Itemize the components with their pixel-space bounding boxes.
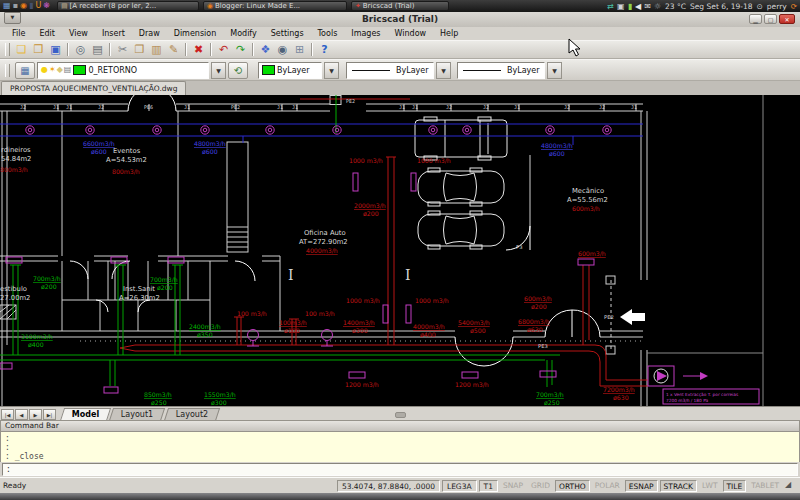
toggle-lwt[interactable]: LWT <box>699 480 721 492</box>
lineweight-dropdown-button[interactable]: ▼ <box>547 62 562 79</box>
color-combobox[interactable]: ByLayer <box>258 62 322 79</box>
taskbar-button[interactable]: ▤[A receber (8 por ler, 2... <box>57 1 199 11</box>
toolbar-grip[interactable] <box>5 64 10 77</box>
panel-drawer-button[interactable]: ▼ <box>4 12 21 24</box>
command-bar-titlebar[interactable]: Command Bar <box>0 420 800 432</box>
volume-icon[interactable]: ◀ <box>635 2 641 11</box>
mail-icon[interactable]: ✉ <box>644 2 651 11</box>
user-menu[interactable]: perry <box>767 2 787 11</box>
toggle-tile[interactable]: TILE <box>723 480 747 492</box>
first-tab-button[interactable]: |◀ <box>1 409 14 420</box>
toggle-polar[interactable]: POLAR <box>592 480 623 492</box>
clock[interactable]: Seg Set 6, 19-18 <box>690 2 753 11</box>
taskbar-button[interactable]: ◉Blogger: Linux Made E... <box>203 1 347 11</box>
linetype-dropdown-button[interactable]: ▼ <box>436 62 451 79</box>
toggle-grid[interactable]: GRID <box>528 480 553 492</box>
network-icon[interactable]: ⇄ <box>607 2 614 11</box>
toggle-tablet[interactable]: TABLET <box>748 480 782 492</box>
linetype-combobox[interactable]: ByLayer <box>346 62 434 79</box>
command-input[interactable]: : <box>2 463 798 476</box>
layer-lock-icon[interactable]: ◆ <box>57 65 63 75</box>
current-layer-field[interactable]: LEG3A <box>442 480 477 492</box>
undo-button[interactable]: ↶ <box>215 42 232 57</box>
layer-combobox[interactable]: ●✶◆▤ 0_RETORNO <box>37 62 209 79</box>
layer-freeze-icon[interactable]: ✶ <box>49 65 56 75</box>
save-file-button[interactable]: ▣ <box>47 42 64 57</box>
menu-dimension[interactable]: Dimension <box>167 29 224 38</box>
drawing-viewport[interactable]: J2J1J1J2PE6J1PE2J1J1PE2J1J1J2J2J1J2J2J1r… <box>0 95 800 406</box>
cars-layer <box>415 117 507 249</box>
terminal-icon[interactable]: ▮ <box>29 1 33 11</box>
menu-window[interactable]: Window <box>388 29 434 38</box>
toolbar-grip[interactable] <box>5 43 10 56</box>
print-button[interactable]: ▤ <box>89 42 106 57</box>
help-button[interactable]: ? <box>316 42 333 57</box>
layer-dropdown-button[interactable]: ▼ <box>211 62 226 79</box>
open-file-button[interactable]: ❒ <box>30 42 47 57</box>
menu-settings[interactable]: Settings <box>264 29 311 38</box>
layer-print-icon[interactable]: ▤ <box>64 65 72 75</box>
display-icon[interactable]: ▣ <box>617 2 625 11</box>
close-button[interactable]: ✕ <box>779 14 795 24</box>
show-desktop-icon[interactable]: ▪ <box>13 1 18 11</box>
menu-help[interactable]: Help <box>433 29 465 38</box>
taskbar-button[interactable]: ✦Bricscad (Trial) <box>351 1 449 11</box>
coordinates-display[interactable]: 53.4074, 87.8840, .0000 <box>337 480 440 492</box>
new-file-button[interactable]: ❏ <box>13 42 30 57</box>
copy-button[interactable]: ❐ <box>131 42 148 57</box>
find-button[interactable]: ◉ <box>274 42 291 57</box>
maximize-button[interactable]: ▢ <box>764 14 777 24</box>
menu-edit[interactable]: Edit <box>32 29 62 38</box>
next-tab-button[interactable]: ▶ <box>29 409 42 420</box>
cad-label: 100 m3/h <box>237 310 267 317</box>
menu-file[interactable]: File <box>5 29 32 38</box>
properties-button[interactable]: ❖ <box>257 42 274 57</box>
ceiling-diffuser-inner <box>155 128 159 132</box>
menu-modify[interactable]: Modify <box>223 29 264 38</box>
paste-button[interactable]: ▥ <box>148 42 165 57</box>
toggle-snap[interactable]: SNAP <box>500 480 526 492</box>
menu-tools[interactable]: Tools <box>311 29 345 38</box>
menu-insert[interactable]: Insert <box>95 29 132 38</box>
menu-images[interactable]: Images <box>344 29 387 38</box>
layer-explorer-button[interactable]: ▦ <box>15 62 35 79</box>
menu-view[interactable]: View <box>62 29 95 38</box>
menu-icon[interactable]: ▦ <box>3 1 11 11</box>
match-properties-button[interactable]: ✎ <box>165 42 182 57</box>
cad-label: I <box>405 267 411 283</box>
lineweight-combobox[interactable]: ByLayer <box>457 62 545 79</box>
delete-button[interactable]: ✖ <box>190 42 207 57</box>
cad-label: 3100m3/h <box>21 333 53 340</box>
shutdown-icon[interactable]: ⟳ <box>791 2 797 11</box>
toggle-esnap[interactable]: ESNAP <box>625 480 658 492</box>
color-dropdown-button[interactable]: ▼ <box>324 62 339 79</box>
document-tab[interactable]: PROPOSTA AQUECIMENTO_VENTILAÇÃO.dwg <box>1 81 186 95</box>
weather-icon[interactable]: ☼ <box>654 2 661 11</box>
publish-button[interactable]: ⊞ <box>291 42 308 57</box>
toggle-strack[interactable]: STRACK <box>660 480 697 492</box>
system-tray: ⇄▣▮◀✉☼ 23 °C Seg Set 6, 19-18 ⊙ perry ⟳ <box>607 2 797 11</box>
last-tab-button[interactable]: ▶| <box>43 409 56 420</box>
redo-button[interactable]: ↷ <box>232 42 249 57</box>
text-style-field[interactable]: T1 <box>479 480 498 492</box>
cad-label: 700m3/h <box>536 391 564 398</box>
command-history[interactable]: ::: _close <box>0 432 800 462</box>
firefox-icon[interactable]: ◉ <box>20 1 27 11</box>
toggle-ortho[interactable]: ORTHO <box>555 480 590 492</box>
resize-grip-icon[interactable]: ◢ <box>785 480 797 491</box>
battery-icon[interactable]: ▮ <box>628 2 632 11</box>
prev-tab-button[interactable]: ◀ <box>15 409 28 420</box>
office-icon[interactable]: U <box>35 1 41 11</box>
ceiling-diffuser-inner <box>465 128 469 132</box>
cut-button[interactable]: ✂ <box>114 42 131 57</box>
media-icon[interactable]: ❋ <box>43 1 50 11</box>
cad-label: ø250 <box>544 399 560 406</box>
print-preview-button[interactable]: ◎ <box>72 42 89 57</box>
menu-draw[interactable]: Draw <box>132 29 167 38</box>
cad-label: 600m3/h <box>572 205 600 212</box>
splitter-handle[interactable] <box>395 412 406 418</box>
previous-layer-button[interactable]: ⟲ <box>228 62 248 79</box>
layer-on-icon[interactable]: ● <box>41 65 48 75</box>
minimize-button[interactable]: ▁ <box>749 14 762 24</box>
window-titlebar[interactable]: Bricscad (Trial) ▁ ▢ ✕ <box>0 12 800 28</box>
